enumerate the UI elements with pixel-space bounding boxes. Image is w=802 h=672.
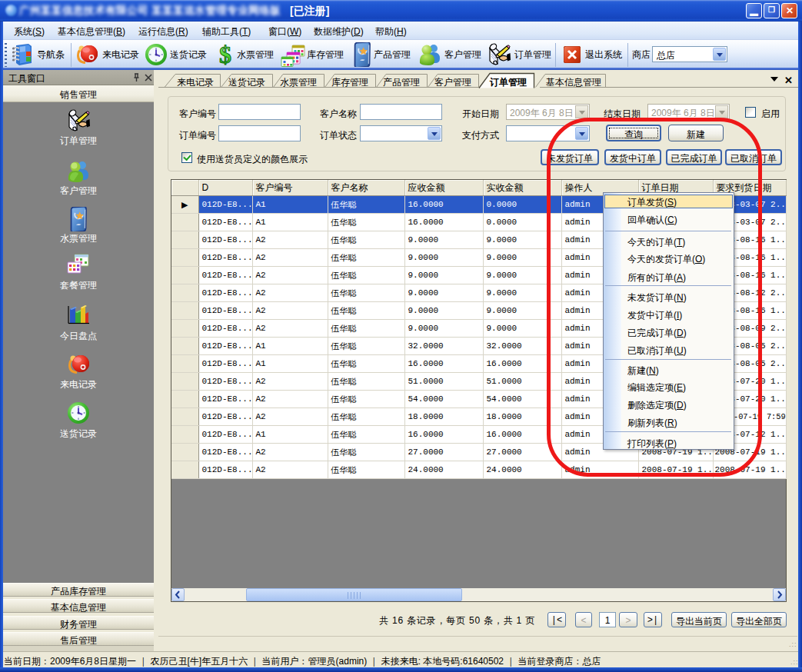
svg-text:$: $: [219, 42, 231, 67]
